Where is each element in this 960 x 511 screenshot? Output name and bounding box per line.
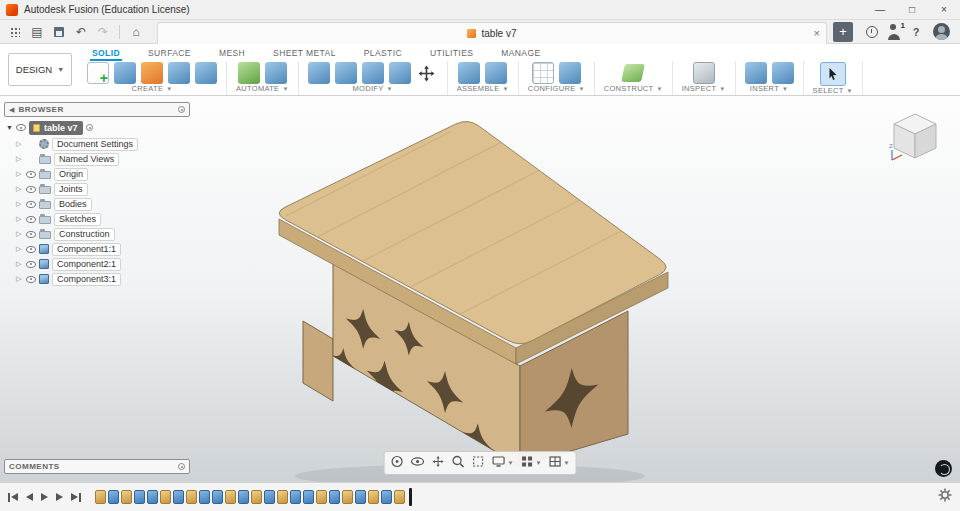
visibility-eye-icon[interactable] <box>26 186 36 193</box>
timeline-extrude-feature[interactable] <box>264 490 275 504</box>
timeline-sketch-feature[interactable] <box>121 490 132 504</box>
expand-caret-icon[interactable]: ▷ <box>16 245 23 253</box>
visibility-eye-icon[interactable] <box>26 261 36 268</box>
ground-radio-icon[interactable] <box>86 124 93 131</box>
orbit-button[interactable] <box>391 454 404 472</box>
group-label-assemble[interactable]: ASSEMBLE▼ <box>457 84 509 93</box>
job-status-button[interactable] <box>861 22 883 42</box>
go-to-start-button[interactable] <box>8 493 18 502</box>
timeline-sketch-feature[interactable] <box>251 490 262 504</box>
press-pull-tool-button[interactable] <box>308 62 330 84</box>
grid-layout-button[interactable]: ▼ <box>521 454 542 472</box>
expand-caret-icon[interactable]: ▷ <box>16 200 23 208</box>
tab-manage[interactable]: MANAGE <box>499 44 542 61</box>
timeline-sketch-feature[interactable] <box>316 490 327 504</box>
browser-header[interactable]: ◀ BROWSER <box>4 102 190 117</box>
workspace-switcher[interactable]: DESIGN ▼ <box>8 53 72 86</box>
decal-tool-button[interactable] <box>772 62 794 84</box>
minimize-button[interactable]: — <box>864 0 896 19</box>
timeline-sketch-feature[interactable] <box>277 490 288 504</box>
web-automate-tool-button[interactable] <box>238 62 260 84</box>
expand-caret-icon[interactable]: ▷ <box>16 155 23 163</box>
browser-item-bodies[interactable]: ▷Bodies <box>4 197 190 212</box>
browser-item-joints[interactable]: ▷Joints <box>4 182 190 197</box>
timeline-extrude-feature[interactable] <box>199 490 210 504</box>
timeline-sketch-feature[interactable] <box>95 490 106 504</box>
undo-button[interactable]: ↶ <box>70 22 92 42</box>
display-settings-button[interactable]: ▼ <box>492 454 514 472</box>
expand-caret-icon[interactable]: ▷ <box>16 275 23 283</box>
viewports-button[interactable]: ▼ <box>548 454 569 472</box>
zoom-button[interactable] <box>452 454 465 472</box>
step-forward-button[interactable] <box>56 493 63 501</box>
browser-item-origin[interactable]: ▷Origin <box>4 167 190 182</box>
scripts-tool-button[interactable] <box>265 62 287 84</box>
timeline-extrude-feature[interactable] <box>290 490 301 504</box>
timeline-extrude-feature[interactable] <box>329 490 340 504</box>
home-button[interactable]: ⌂ <box>125 22 147 42</box>
timeline-extrude-feature[interactable] <box>303 490 314 504</box>
document-tab[interactable]: table v7 × <box>157 22 827 44</box>
timeline-extrude-feature[interactable] <box>381 490 392 504</box>
tab-mesh[interactable]: MESH <box>217 44 247 61</box>
tab-sheet-metal[interactable]: SHEET METAL <box>271 44 338 61</box>
browser-item-document-settings[interactable]: ▷Document Settings <box>4 137 190 152</box>
tab-solid[interactable]: SOLID <box>90 44 122 61</box>
joint-tool-button[interactable] <box>485 62 507 84</box>
timeline-extrude-feature[interactable] <box>212 490 223 504</box>
form-tool-button[interactable] <box>141 62 163 84</box>
fillet-tool-button[interactable] <box>335 62 357 84</box>
root-visibility-icon[interactable] <box>16 124 26 131</box>
group-label-automate[interactable]: AUTOMATE▼ <box>236 84 289 93</box>
group-label-modify[interactable]: MODIFY▼ <box>353 84 393 93</box>
visibility-eye-icon[interactable] <box>26 231 36 238</box>
new-tab-button[interactable]: + <box>833 22 853 42</box>
fit-button[interactable] <box>472 454 485 472</box>
expand-caret-icon[interactable]: ▷ <box>16 215 23 223</box>
expand-caret-icon[interactable]: ▷ <box>16 230 23 238</box>
visibility-eye-icon[interactable] <box>26 276 36 283</box>
browser-root-row[interactable]: ▼ table v7 <box>6 121 190 135</box>
new-component-tool-button[interactable] <box>458 62 480 84</box>
play-button[interactable] <box>41 493 48 501</box>
visibility-eye-icon[interactable] <box>26 246 36 253</box>
active-document-pill[interactable]: table v7 <box>29 121 84 135</box>
tab-utilities[interactable]: UTILITIES <box>428 44 475 61</box>
timeline-extrude-feature[interactable] <box>238 490 249 504</box>
timeline-sketch-feature[interactable] <box>186 490 197 504</box>
group-label-configure[interactable]: CONFIGURE▼ <box>528 84 585 93</box>
tab-close-button[interactable]: × <box>814 27 820 39</box>
insert-mcmaster-tool-button[interactable] <box>745 62 767 84</box>
expand-caret-icon[interactable]: ▷ <box>16 170 23 178</box>
create-sketch-tool-button[interactable] <box>87 62 109 84</box>
tab-plastic[interactable]: PLASTIC <box>362 44 404 61</box>
comments-header[interactable]: COMMENTS <box>4 459 190 474</box>
group-label-insert[interactable]: INSERT▼ <box>750 84 788 93</box>
maximize-button[interactable]: □ <box>896 0 928 19</box>
expand-caret-icon[interactable]: ▷ <box>16 140 23 148</box>
timeline-settings-button[interactable] <box>938 488 952 506</box>
group-label-select[interactable]: SELECT▼ <box>813 86 853 95</box>
collaboration-button[interactable]: 1 <box>883 22 905 42</box>
panel-options-icon[interactable] <box>178 106 185 113</box>
pan-button[interactable] <box>432 454 445 472</box>
step-back-button[interactable] <box>26 493 33 501</box>
group-label-inspect[interactable]: INSPECT▼ <box>682 84 726 93</box>
move-arrows-tool-button[interactable] <box>416 62 438 84</box>
group-label-create[interactable]: CREATE▼ <box>132 84 173 93</box>
group-label-construct[interactable]: CONSTRUCT▼ <box>604 84 663 93</box>
visibility-eye-icon[interactable] <box>26 171 36 178</box>
user-avatar[interactable] <box>933 23 950 40</box>
expand-caret-icon[interactable]: ▷ <box>16 260 23 268</box>
assistant-button[interactable] <box>935 460 952 477</box>
loft-tool-button[interactable] <box>168 62 190 84</box>
redo-button[interactable]: ↷ <box>92 22 114 42</box>
revolve-tool-button[interactable] <box>195 62 217 84</box>
timeline-sketch-feature[interactable] <box>394 490 405 504</box>
solid-box-tool-button[interactable] <box>114 62 136 84</box>
file-menu-button[interactable]: ▤ <box>26 22 48 42</box>
timeline-position-marker[interactable] <box>409 488 412 506</box>
viewcube[interactable]: Z <box>886 108 944 166</box>
browser-item-component3-1[interactable]: ▷Component3:1 <box>4 272 190 287</box>
viewport[interactable]: ◀ BROWSER ▼ table v7 ▷Document Settings▷… <box>0 96 960 482</box>
